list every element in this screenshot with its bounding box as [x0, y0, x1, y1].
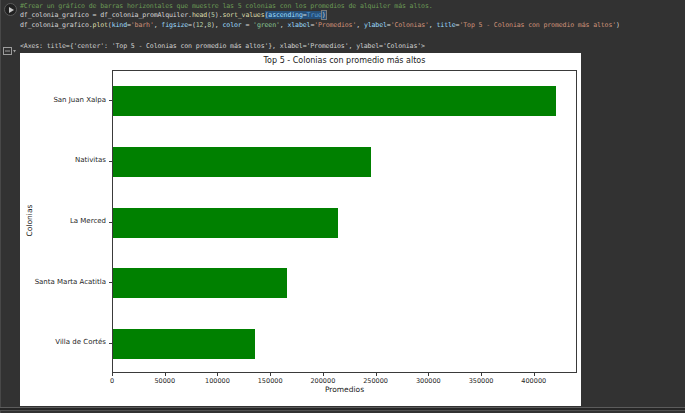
output-options-icon[interactable]	[3, 41, 17, 51]
x-tick	[481, 373, 482, 376]
bar	[113, 86, 556, 116]
x-tick-label: 0	[90, 377, 134, 385]
focused-cell-edge	[0, 0, 1, 413]
bar	[113, 208, 338, 238]
code-line: df_colonia_grafico = df_colonia_promAlqu…	[20, 11, 680, 20]
code-token: 'Promedios'	[314, 21, 356, 29]
cell-divider	[0, 407, 685, 411]
play-icon	[9, 7, 14, 13]
category-label: Nativitas	[20, 156, 106, 164]
code-token: =(	[188, 21, 196, 29]
code-token: ascending	[268, 11, 302, 19]
code-token: df_colonia_grafico.	[20, 21, 93, 29]
code-token: =	[303, 11, 307, 19]
x-tick-label: 100000	[195, 377, 239, 385]
category-label: Santa Marta Acatitla	[20, 278, 106, 286]
y-tick	[109, 100, 112, 101]
code-token: title	[437, 21, 456, 29]
code-token: ),	[211, 21, 222, 29]
run-cell-button[interactable]	[4, 3, 17, 16]
plot-area	[112, 70, 577, 373]
code-token: figsize	[161, 21, 188, 29]
code-line: df_colonia_grafico.plot(kind='barh', fig…	[20, 21, 680, 30]
category-label: San Juan Xalpa	[20, 96, 106, 104]
x-tick-label: 50000	[143, 377, 187, 385]
code-token: head	[192, 11, 207, 19]
code-token: )	[616, 21, 620, 29]
code-token: True	[307, 11, 322, 19]
code-token: kind	[112, 21, 127, 29]
x-tick	[376, 373, 377, 376]
code-token: 'Colonias'	[391, 21, 429, 29]
code-token: =	[242, 21, 253, 29]
code-token: 'green'	[253, 21, 280, 29]
x-axis-label: Promedios	[112, 385, 577, 394]
x-tick-label: 150000	[248, 377, 292, 385]
x-tick-label: 350000	[459, 377, 503, 385]
x-tick	[217, 373, 218, 376]
x-tick-label: 400000	[512, 377, 556, 385]
code-token: ylabel	[364, 21, 387, 29]
x-tick	[534, 373, 535, 376]
code-token: )	[322, 11, 326, 19]
chart-title: Top 5 - Colonias con promedio más altos	[112, 56, 577, 65]
code-token: df_colonia_grafico	[20, 11, 93, 19]
output-repr-text: <Axes: title={'center': 'Top 5 - Colonia…	[20, 42, 425, 50]
x-tick	[323, 373, 324, 376]
code-editor[interactable]: #Crear un gráfico de barras horizontales…	[20, 2, 680, 30]
code-token: df_colonia_promAlquiler.	[100, 11, 192, 19]
code-token: ,	[429, 21, 437, 29]
chart-figure: Top 5 - Colonias con promedio más altos …	[20, 53, 581, 406]
category-label: Villa de Cortés	[20, 338, 106, 346]
x-tick	[165, 373, 166, 376]
x-tick-label: 250000	[354, 377, 398, 385]
code-token: 'barh'	[131, 21, 154, 29]
y-tick	[109, 282, 112, 283]
code-token: xlabel	[287, 21, 310, 29]
bar	[113, 268, 287, 298]
code-line: #Crear un gráfico de barras horizontales…	[20, 2, 680, 11]
y-tick	[109, 343, 112, 344]
x-tick-label: 300000	[406, 377, 450, 385]
category-label: La Merced	[20, 217, 106, 225]
code-token: #Crear un gráfico de barras horizontales…	[20, 2, 433, 10]
x-tick-label: 200000	[301, 377, 345, 385]
code-token: 'Top 5 - Colonias con promedio más altos…	[459, 21, 616, 29]
code-token: plot	[93, 21, 108, 29]
code-token: color	[223, 21, 242, 29]
x-tick	[270, 373, 271, 376]
x-tick	[112, 373, 113, 376]
code-token: sort_values	[222, 11, 264, 19]
y-tick	[109, 222, 112, 223]
bar	[113, 147, 371, 177]
code-token: ,	[356, 21, 364, 29]
x-tick	[428, 373, 429, 376]
bar	[113, 329, 255, 359]
y-tick	[109, 161, 112, 162]
